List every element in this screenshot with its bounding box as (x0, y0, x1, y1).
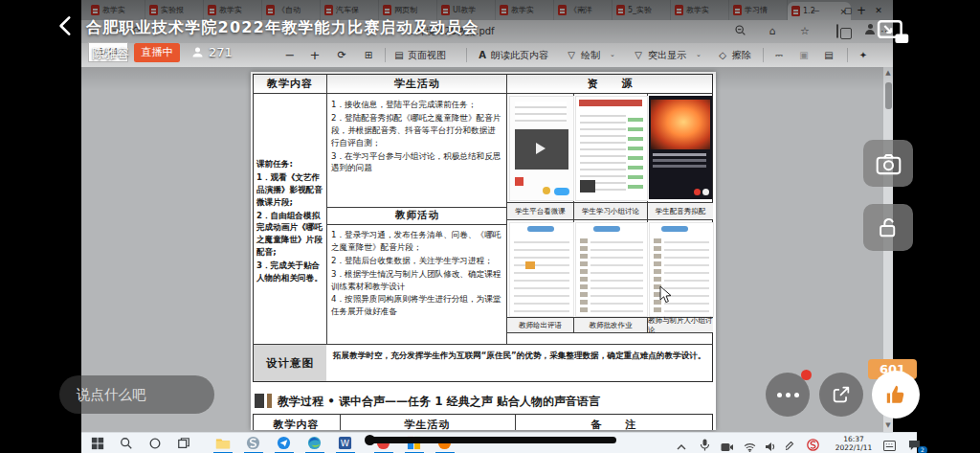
save-as-icon[interactable]: ▤ (822, 43, 835, 67)
meeting-app-icon[interactable] (277, 436, 292, 451)
tab-label: 教学实 (511, 5, 534, 15)
pre-class-tasks: 课前任务: 1．观看《文艺作品演播》影视配音微课片段; 2．自由组合模拟完成动画… (256, 158, 325, 285)
browser-tab[interactable]: 实验报 (145, 0, 204, 20)
draw-dropdown-icon[interactable]: ⌄ (610, 43, 615, 67)
start-button[interactable] (91, 436, 106, 451)
tray-chevron-up-icon[interactable] (677, 438, 692, 453)
highlight-dropdown-icon[interactable]: ⌄ (696, 43, 702, 67)
scroll-up-icon[interactable]: ▲ (884, 69, 892, 77)
read-aloud-button[interactable]: 朗读此页内容 (491, 43, 548, 67)
scrollbar-thumb[interactable] (885, 82, 892, 109)
viewer-count[interactable]: 271 (209, 45, 233, 59)
browser-tab[interactable]: 汽车保 (321, 0, 379, 20)
comment-placeholder: 说点什么吧 (77, 375, 146, 414)
search-icon[interactable] (120, 436, 135, 451)
zoom-out-icon[interactable] (732, 24, 747, 39)
tab-label: 网页制 (394, 5, 417, 15)
tab-label: 学习情 (745, 5, 768, 15)
tray-microphone-icon[interactable] (700, 437, 715, 452)
favorites-star-icon[interactable]: ☆ (797, 24, 813, 39)
read-aloud-icon: A (476, 43, 489, 67)
unlock-rotation-button[interactable] (863, 204, 913, 251)
tab-label: 实验报 (161, 5, 184, 15)
browser-tab[interactable]: 教学实 (496, 0, 554, 20)
pdf-file-icon (558, 5, 567, 15)
scroll-down-icon[interactable]: ▼ (884, 421, 892, 429)
screen-cast-button[interactable] (877, 19, 913, 48)
tab-label: 教学实 (686, 5, 709, 15)
window-maximize-button[interactable]: ▢ (834, 0, 862, 20)
home-icon[interactable]: ⌂ (765, 24, 780, 39)
pdf-fit-page-icon[interactable]: ⊞ (361, 43, 376, 67)
back-button[interactable] (54, 13, 82, 42)
browser-tab[interactable]: 《南洋 (554, 0, 612, 20)
video-play-icon (515, 129, 568, 170)
caption-student-platform: 学生平台看微课 (507, 203, 573, 219)
design-intent-label: 设计意图 (254, 345, 326, 381)
browser-tab[interactable]: 教学实 (204, 0, 262, 20)
pdf-file-icon (616, 5, 625, 15)
share-button[interactable] (819, 373, 863, 417)
tab-label: 教学实 (102, 5, 125, 15)
camera-button[interactable] (863, 140, 913, 187)
erase-button[interactable]: 擦除 (732, 43, 751, 67)
tray-volume-icon[interactable] (765, 438, 780, 453)
tray-wifi-icon[interactable] (744, 438, 759, 453)
viewer-count-icon (190, 45, 205, 63)
browser-tab[interactable]: UI教学 (437, 0, 496, 20)
word-icon[interactable]: W (338, 436, 353, 451)
pdf-file-icon (383, 5, 391, 15)
mouse-cursor (659, 285, 673, 308)
thumbnail-student-platform-video (509, 96, 574, 201)
browser-tab[interactable]: 5_实验 (612, 0, 671, 20)
browser-tab[interactable]: 网页制 (379, 0, 437, 20)
pdf-file-icon (91, 5, 100, 15)
pin-toolbar-icon[interactable]: ✦ (857, 43, 870, 67)
caption-teacher-comments: 教师给出评语 (507, 318, 573, 332)
browser-tab[interactable]: 教学实 (671, 0, 729, 20)
pdf-page: 教学内容 学生活动 资 源 课前任务: 1．观看《文艺作品演播》影视配音微课片段… (251, 72, 716, 430)
thumbnail-teacher-comments (509, 222, 574, 317)
collections-icon[interactable] (830, 24, 845, 39)
app-s-icon[interactable] (246, 436, 261, 451)
edge-browser-window: 教学实 实验报 教学实 《自动 汽车保 网页制 UI教学 教学实 《南洋 5_实… (81, 0, 893, 432)
profile-icon[interactable] (858, 24, 873, 39)
browser-tab[interactable]: 教学实 (87, 0, 145, 20)
table-header-student-activity: 学生活动 (327, 75, 507, 93)
live-title: 合肥职业技术学院2022年教学能力比赛启动及动员会 (86, 18, 479, 38)
highlight-button[interactable]: 突出显示 (648, 43, 686, 67)
like-button[interactable] (872, 371, 920, 419)
pdf-file-icon (791, 6, 800, 16)
section-heading-marker (255, 394, 272, 408)
tab-label: 5_实验 (628, 5, 652, 15)
pdf-file-icon (266, 5, 275, 15)
draw-button[interactable]: 绘制 (581, 43, 600, 67)
cortana-icon[interactable] (148, 436, 164, 451)
tray-pen-icon[interactable] (786, 438, 801, 453)
window-minimize-button[interactable]: — (801, 0, 830, 20)
tray-seewo-icon[interactable] (807, 437, 822, 452)
task-view-icon[interactable] (177, 436, 192, 451)
browser-tab[interactable]: 学习情 (729, 0, 788, 20)
pdf-file-icon (208, 5, 216, 15)
tray-camera-icon[interactable] (721, 438, 736, 453)
print-icon[interactable]: ⎓ (772, 43, 786, 67)
window-close-button[interactable]: ✕ (864, 0, 893, 20)
table-header-teaching-content: 教学内容 (253, 75, 327, 93)
student-activities: 1．接收信息，登陆平台完成课前任务； 2．登陆配音秀拟配《哪吒之魔童降世》配音片… (331, 99, 503, 175)
table2-header-content: 教学内容 (253, 416, 340, 430)
pdf-rotate-icon[interactable]: ⟳ (334, 43, 349, 67)
edge-browser-icon[interactable] (307, 436, 323, 451)
section-heading: 教学过程 • 课中合声——任务 1 经典之声 贴合人物的声音语言 (278, 394, 600, 410)
touch-keyboard-icon[interactable] (883, 437, 899, 452)
notification-center-icon[interactable]: 2 (908, 437, 924, 452)
save-icon[interactable]: ▣ (797, 43, 811, 67)
browser-tab[interactable]: 《自动 (262, 0, 321, 20)
page-view-button[interactable]: 页面视图 (408, 43, 446, 67)
file-explorer-icon[interactable] (215, 436, 231, 451)
pdf-zoom-out-button[interactable]: − (282, 43, 298, 67)
tray-clock[interactable]: 16:37 2022/1/11 (830, 435, 878, 453)
pdf-zoom-in-button[interactable]: + (307, 43, 323, 67)
caption-student-dubbing: 学生配音秀拟配 (648, 203, 713, 219)
comment-input[interactable]: 说点什么吧 (59, 375, 214, 414)
